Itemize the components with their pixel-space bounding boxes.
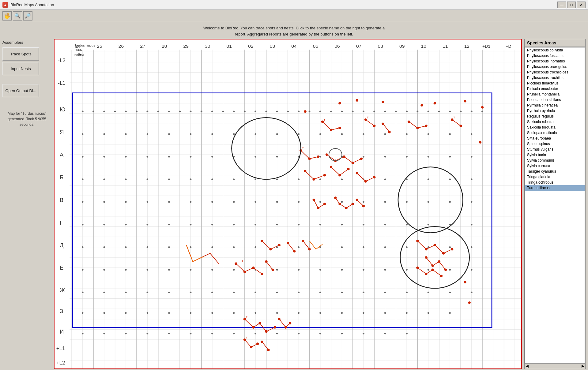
svg-point-480 [468, 301, 470, 304]
species-item[interactable]: Spinus spinus [525, 141, 585, 147]
svg-point-227 [82, 201, 84, 203]
species-item[interactable]: Regulus regulus [525, 114, 585, 119]
svg-point-414 [416, 127, 419, 129]
svg-point-259 [363, 224, 364, 225]
svg-text:27: 27 [140, 43, 145, 49]
svg-text:26: 26 [119, 43, 124, 49]
species-item[interactable]: Phylloscopus inornatus [525, 58, 585, 64]
svg-point-147 [244, 110, 246, 112]
svg-point-437 [323, 203, 326, 205]
svg-text:+L2: +L2 [56, 360, 65, 366]
zoom-in-button[interactable]: 🔍 [13, 11, 22, 21]
svg-point-342 [125, 333, 127, 334]
species-item[interactable]: Sitta europaea [525, 136, 585, 141]
species-item[interactable]: Turdus iliacus [525, 185, 585, 191]
species-item[interactable]: Sylvia borin [525, 152, 585, 158]
svg-point-346 [211, 333, 213, 334]
svg-point-243 [428, 201, 429, 203]
minimize-button[interactable]: — [557, 2, 566, 8]
species-item[interactable]: Scolopax rusticola [525, 130, 585, 136]
svg-point-344 [168, 333, 170, 334]
close-button[interactable]: ✕ [577, 2, 586, 8]
zoom-out-button[interactable]: 🔎 [23, 11, 32, 21]
svg-point-215 [233, 178, 235, 180]
scroll-left-arrow[interactable]: ◀ [526, 364, 528, 368]
scroll-right-arrow[interactable]: ▶ [582, 364, 584, 368]
svg-point-263 [449, 224, 451, 225]
svg-text:10: 10 [421, 43, 426, 49]
species-item[interactable]: Prunella montanella [525, 92, 585, 97]
svg-point-425 [360, 158, 363, 160]
svg-text:03: 03 [270, 43, 275, 49]
svg-point-351 [319, 333, 321, 334]
species-item[interactable]: Pyrrhula cineracea [525, 103, 585, 108]
species-item[interactable]: Tringa glariola [525, 174, 585, 180]
svg-point-323 [103, 312, 105, 314]
svg-point-326 [168, 312, 170, 314]
species-list[interactable]: Phylloscopus collybitaPhylloscopus fusca… [525, 47, 585, 363]
svg-point-470 [338, 102, 341, 104]
svg-point-262 [428, 224, 429, 225]
svg-point-214 [211, 178, 213, 180]
svg-point-439 [338, 203, 341, 205]
species-item[interactable]: Pyrrhula pyrrhula [525, 108, 585, 114]
species-item[interactable]: Tringa ochropus [525, 180, 585, 185]
svg-point-502 [442, 252, 445, 255]
species-item[interactable]: Picoides tridactylus [525, 80, 585, 86]
svg-point-251 [190, 224, 192, 225]
svg-point-220 [341, 178, 343, 180]
right-panel: Species Areas Phylloscopus collybitaPhyl… [524, 39, 586, 369]
svg-text:т: т [246, 335, 247, 339]
species-item[interactable]: Phylloscopus trochiloides [525, 69, 585, 75]
svg-point-234 [233, 201, 235, 203]
species-item[interactable]: Sylvia communis [525, 158, 585, 163]
svg-point-443 [362, 205, 365, 207]
svg-text:В: В [60, 197, 63, 203]
svg-point-409 [364, 118, 367, 121]
svg-point-143 [201, 110, 202, 112]
maximize-button[interactable]: □ [567, 2, 576, 8]
svg-text:04: 04 [291, 43, 296, 49]
species-list-container[interactable]: Phylloscopus collybitaPhylloscopus fusca… [525, 47, 585, 363]
svg-point-312 [276, 292, 278, 293]
svg-point-431 [347, 168, 349, 170]
svg-point-189 [82, 156, 84, 157]
hand-icon: 🖐 [4, 13, 10, 19]
svg-point-252 [211, 224, 213, 225]
svg-point-285 [103, 269, 105, 271]
species-item[interactable]: Phylloscopus proregulus [525, 64, 585, 69]
svg-point-299 [406, 269, 408, 271]
trace-spots-button[interactable]: Trace Spots [2, 47, 39, 61]
svg-point-232 [190, 201, 192, 203]
svg-point-457 [243, 318, 246, 320]
zoom-in-icon: 🔍 [14, 13, 21, 19]
svg-point-305 [125, 292, 127, 293]
svg-point-441 [351, 203, 354, 205]
species-item[interactable]: Tarsiger cyanurus [525, 169, 585, 174]
svg-point-173 [147, 133, 149, 135]
species-item[interactable]: Sturnus vulgaris [525, 147, 585, 152]
species-item[interactable]: Pseudaedon sibilans [525, 97, 585, 103]
species-item[interactable]: Sylvia curruca [525, 163, 585, 169]
tooltip-line3: пойма [74, 53, 95, 57]
species-item[interactable]: Saxicola rubetra [525, 119, 585, 125]
svg-point-240 [363, 201, 364, 203]
species-item[interactable]: Phylloscopus fuscatus [525, 53, 585, 58]
hand-tool-button[interactable]: 🖐 [2, 11, 12, 21]
open-output-button[interactable]: Open Output Di... [2, 84, 39, 97]
input-nests-button[interactable]: Input Nests [2, 62, 39, 75]
svg-point-322 [82, 312, 84, 314]
svg-text:Ю: Ю [60, 107, 66, 113]
svg-point-133 [92, 110, 94, 112]
svg-point-452 [243, 271, 246, 273]
species-item[interactable]: Saxicola torquata [525, 125, 585, 130]
svg-text:-L2: -L2 [58, 58, 65, 63]
svg-point-330 [254, 312, 256, 314]
svg-point-294 [298, 269, 300, 271]
species-item[interactable]: Pinicola enucleator [525, 86, 585, 92]
svg-point-163 [417, 110, 419, 112]
svg-point-510 [431, 268, 434, 271]
svg-point-444 [261, 240, 263, 242]
species-item[interactable]: Phylloscopus trochilus [525, 75, 585, 80]
species-item[interactable]: Phylloscopus collybita [525, 47, 585, 53]
